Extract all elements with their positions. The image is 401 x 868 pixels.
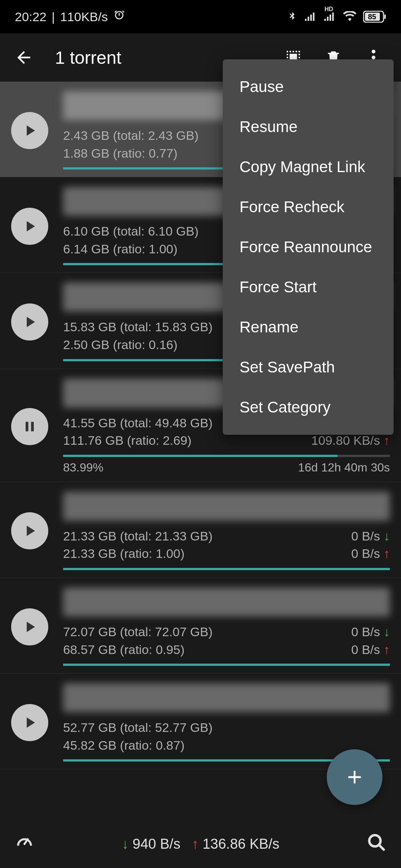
- menu-item-set-savepath[interactable]: Set SavePath: [223, 347, 394, 387]
- menu-item-resume[interactable]: Resume: [223, 107, 394, 147]
- svg-point-4: [372, 50, 375, 53]
- play-icon[interactable]: [11, 512, 48, 549]
- alarm-icon: [113, 9, 125, 24]
- play-icon[interactable]: [11, 112, 48, 149]
- torrent-downloaded: 2.43 GB (total: 2.43 GB): [63, 127, 199, 145]
- torrent-title-redacted: [63, 588, 390, 617]
- signal-icon: [304, 11, 317, 22]
- svg-text:85: 85: [368, 13, 376, 21]
- bluetooth-icon: [287, 10, 298, 23]
- torrent-uploaded: 111.76 GB (ratio: 2.69): [63, 432, 213, 450]
- global-ul-speed: 136.86 KB/s: [202, 836, 279, 852]
- torrent-downloaded: 41.55 GB (total: 49.48 GB): [63, 414, 213, 432]
- torrent-item[interactable]: 21.33 GB (total: 21.33 GB) 21.33 GB (rat…: [0, 482, 401, 578]
- menu-item-rename[interactable]: Rename: [223, 307, 394, 347]
- menu-item-set-category[interactable]: Set Category: [223, 387, 394, 427]
- torrent-downloaded: 21.33 GB (total: 21.33 GB): [63, 527, 213, 545]
- status-net-speed: 110KB/s: [60, 10, 108, 24]
- menu-item-copy-magnet-link[interactable]: Copy Magnet Link: [223, 147, 394, 187]
- play-icon[interactable]: [11, 704, 48, 741]
- torrent-downloaded: 72.07 GB (total: 72.07 GB): [63, 623, 213, 641]
- svg-rect-2: [384, 14, 386, 19]
- svg-point-5: [372, 56, 375, 59]
- torrent-uploaded: 1.88 GB (ratio: 0.77): [63, 145, 199, 162]
- play-icon[interactable]: [11, 208, 48, 245]
- global-dl-speed: 940 B/s: [133, 836, 180, 852]
- play-icon[interactable]: [11, 303, 48, 341]
- torrent-item[interactable]: 72.07 GB (total: 72.07 GB) 68.57 GB (rat…: [0, 578, 401, 674]
- wifi-icon: [343, 11, 356, 22]
- torrent-uploaded: 2.50 GB (ratio: 0.16): [63, 336, 213, 354]
- torrent-percent: 83.99%: [63, 461, 104, 474]
- torrent-uploaded: 68.57 GB (ratio: 0.95): [63, 641, 213, 659]
- play-icon[interactable]: [11, 608, 48, 645]
- progress-bar: [63, 664, 390, 666]
- torrent-downloaded: 15.83 GB (total: 15.83 GB): [63, 318, 213, 336]
- torrent-downloaded: 6.10 GB (total: 6.10 GB): [63, 223, 199, 240]
- progress-bar: [63, 568, 390, 570]
- menu-item-pause[interactable]: Pause: [223, 67, 394, 107]
- torrent-uploaded: 6.14 GB (ratio: 1.00): [63, 240, 199, 258]
- bottom-bar: ↓ 940 B/s ↑ 136.86 KB/s: [0, 820, 401, 868]
- menu-item-force-recheck[interactable]: Force Recheck: [223, 187, 394, 227]
- torrent-title-redacted: [63, 492, 390, 521]
- menu-item-force-start[interactable]: Force Start: [223, 267, 394, 307]
- torrent-uploaded: 45.82 GB (ratio: 0.87): [63, 737, 213, 754]
- progress-bar: [63, 455, 390, 457]
- battery-icon: 85: [363, 11, 386, 23]
- torrent-downloaded: 52.77 GB (total: 52.77 GB): [63, 719, 213, 737]
- speedometer-icon[interactable]: [15, 833, 34, 855]
- back-button[interactable]: [11, 45, 36, 70]
- status-time: 20:22: [15, 10, 46, 24]
- torrent-speeds: 0 B/s ↓0 B/s ↑: [351, 527, 390, 563]
- signal-hd-icon: HD: [324, 11, 336, 22]
- torrent-uploaded: 21.33 GB (ratio: 1.00): [63, 545, 213, 563]
- menu-item-force-reannounce[interactable]: Force Reannounce: [223, 227, 394, 267]
- torrent-speeds: 0 B/s ↓0 B/s ↑: [351, 623, 390, 658]
- torrent-eta: 16d 12h 40m 30s: [298, 461, 390, 474]
- torrent-title-redacted: [63, 683, 390, 712]
- add-fab[interactable]: [327, 749, 382, 805]
- pause-icon[interactable]: [11, 408, 48, 445]
- context-menu: PauseResumeCopy Magnet LinkForce Recheck…: [223, 59, 394, 435]
- search-button[interactable]: [367, 833, 386, 855]
- status-bar: 20:22 | 110KB/s HD 85: [0, 0, 401, 33]
